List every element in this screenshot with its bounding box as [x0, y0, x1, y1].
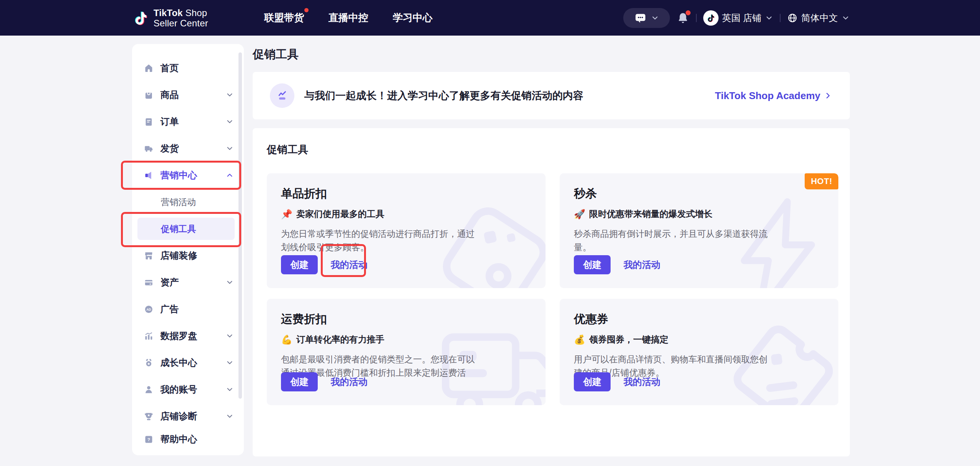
my-activity-link[interactable]: 我的活动: [624, 376, 660, 388]
top-header: TikTok Shop Seller Center 联盟带货 直播中控 学习中心: [0, 0, 980, 36]
card-subtitle: 🚀 限时优惠带来销量的爆发式增长: [574, 208, 827, 220]
divider: [780, 14, 781, 22]
academy-link[interactable]: TikTok Shop Academy: [715, 90, 833, 102]
chevron-up-icon: [225, 171, 234, 179]
header-right-cluster: 英国 店铺 简体中文: [623, 0, 850, 36]
my-activity-link[interactable]: 我的活动: [331, 376, 368, 388]
sidebar-item-marketing-center[interactable]: 营销中心: [132, 162, 244, 189]
my-activity-link[interactable]: 我的活动: [624, 259, 660, 271]
card-shipping-discount: 运费折扣 💪 订单转化率的有力推手 包邮是最吸引消费者的促销类型之一。您现在可以…: [267, 299, 546, 405]
home-icon: [144, 63, 154, 73]
nav-live-console[interactable]: 直播中控: [328, 11, 368, 24]
promo-cards-grid: 单品折扣 📌 卖家们使用最多的工具 为您日常或季节性的促销活动进行商品打折，通过…: [267, 173, 838, 405]
notifications-bell-button[interactable]: [676, 11, 689, 24]
logo-subtitle: Seller Center: [154, 18, 208, 28]
svg-text:AD: AD: [146, 307, 151, 311]
notification-dot: [686, 10, 691, 15]
sidebar-item-shop-decoration[interactable]: 店铺装修: [132, 242, 244, 269]
card-actions: 创建 我的活动: [281, 255, 368, 274]
chevron-down-icon: [225, 332, 234, 340]
chevron-down-icon: [225, 412, 234, 420]
create-button[interactable]: 创建: [574, 255, 611, 274]
sidebar-item-home[interactable]: 首页: [132, 55, 244, 81]
chat-bubble-icon: [634, 11, 647, 24]
card-actions: 创建 我的活动: [574, 372, 660, 391]
create-button[interactable]: 创建: [281, 255, 318, 274]
chevron-down-icon: [225, 91, 234, 99]
sidebar-item-data-compass[interactable]: 数据罗盘: [132, 323, 244, 349]
card-flash-sale: HOT! 秒杀 🚀 限时优惠带来销量的爆发式增长 秒杀商品拥有倒计时展示，并且可…: [560, 173, 838, 288]
sidebar-item-ads[interactable]: AD 广告: [132, 296, 244, 323]
create-button[interactable]: 创建: [574, 372, 611, 391]
rocket-icon: 🚀: [574, 210, 585, 219]
academy-banner: 与我们一起成长！进入学习中心了解更多有关促销活动的内容 TikTok Shop …: [253, 72, 850, 119]
logo-title-bold: TikTok: [154, 8, 183, 18]
banner-text: 与我们一起成长！进入学习中心了解更多有关促销活动的内容: [304, 89, 705, 103]
logo-text: TikTok Shop Seller Center: [154, 8, 208, 28]
language-selector[interactable]: 简体中文: [787, 12, 850, 24]
tiktok-store-icon: [703, 10, 719, 26]
nav-learning-center[interactable]: 学习中心: [393, 11, 433, 24]
card-product-discount: 单品折扣 📌 卖家们使用最多的工具 为您日常或季节性的促销活动进行商品打折，通过…: [267, 173, 546, 288]
promo-tools-panel: 促销工具 单品折扣 📌 卖家们使用最多的工具 为您日常或季节性的促销活动进行商品…: [253, 128, 850, 456]
header-nav: 联盟带货 直播中控 学习中心: [264, 0, 433, 36]
hot-badge: HOT!: [805, 173, 838, 189]
card-subtitle: 💪 订单转化率的有力推手: [281, 334, 534, 345]
sidebar-item-my-account[interactable]: 我的账号: [132, 376, 244, 403]
sidebar-item-growth-center[interactable]: 成长中心: [132, 349, 244, 376]
medal-icon: [144, 358, 154, 368]
chat-messages-button[interactable]: [623, 8, 670, 28]
main-content: 促销工具 与我们一起成长！进入学习中心了解更多有关促销活动的内容 TikTok …: [253, 47, 850, 456]
language-label: 简体中文: [801, 12, 838, 24]
ad-circle-icon: AD: [144, 304, 154, 314]
my-activity-link[interactable]: 我的活动: [331, 259, 368, 271]
card-title: 运费折扣: [281, 311, 534, 327]
globe-icon: [787, 13, 798, 23]
sidebar-item-marketing-activities[interactable]: 营销活动: [132, 189, 244, 215]
card-subtitle: 💰 领券囤券，一键搞定: [574, 334, 827, 345]
card-title: 秒杀: [574, 186, 827, 202]
nav-affiliate[interactable]: 联盟带货: [264, 11, 304, 24]
storefront-icon: [144, 251, 154, 261]
money-bag-icon: 💰: [574, 335, 585, 344]
sidebar-item-shipping[interactable]: 发货: [132, 135, 244, 162]
chevron-down-icon: [225, 358, 234, 367]
chevron-down-icon: [841, 14, 850, 22]
growth-chart-icon: [270, 83, 294, 108]
tiktok-note-icon: [133, 9, 149, 27]
logo-title-rest: Shop: [183, 8, 207, 18]
sidebar-item-promo-tools[interactable]: 促销工具: [132, 215, 244, 242]
card-actions: 创建 我的活动: [281, 372, 368, 391]
divider: [696, 14, 697, 22]
sidebar-scrollbar[interactable]: [238, 52, 242, 399]
store-selector[interactable]: 英国 店铺: [703, 10, 773, 26]
tiktok-shop-logo[interactable]: TikTok Shop Seller Center: [133, 0, 208, 36]
truck-icon: [144, 143, 154, 154]
create-button[interactable]: 创建: [281, 372, 318, 391]
store-label: 英国 店铺: [722, 12, 761, 24]
page-title: 促销工具: [253, 47, 850, 62]
card-title: 单品折扣: [281, 186, 534, 202]
sidebar-item-assets[interactable]: 资产: [132, 269, 244, 296]
chevron-down-icon: [765, 14, 773, 22]
sidebar-item-orders[interactable]: 订单: [132, 108, 244, 135]
card-description: 秒杀商品拥有倒计时展示，并且可从多渠道获得流量。: [574, 227, 768, 254]
chevron-down-icon: [225, 144, 234, 153]
credit-card-icon: [144, 277, 154, 288]
card-coupon: 优惠券 💰 领券囤券，一键搞定 用户可以在商品详情页、购物车和直播间领取您创建的…: [560, 299, 838, 405]
chevron-down-icon: [225, 278, 234, 287]
person-icon: [144, 385, 154, 395]
card-title: 优惠券: [574, 311, 827, 327]
chevron-down-icon: [651, 14, 659, 22]
card-actions: 创建 我的活动: [574, 255, 660, 274]
chart-icon: [144, 331, 154, 341]
sidebar-item-shop-diagnosis[interactable]: 店铺诊断: [132, 403, 244, 430]
trophy-icon: [144, 411, 154, 422]
chevron-down-icon: [225, 385, 234, 394]
sidebar-item-help-center[interactable]: ? 帮助中心: [132, 430, 244, 449]
sidebar: 首页 商品 订单 发货 营销中心 营销活动: [132, 44, 244, 455]
megaphone-icon: [144, 170, 154, 181]
sidebar-item-products[interactable]: 商品: [132, 81, 244, 108]
chevron-right-icon: [823, 91, 833, 100]
notification-dot: [304, 8, 309, 12]
